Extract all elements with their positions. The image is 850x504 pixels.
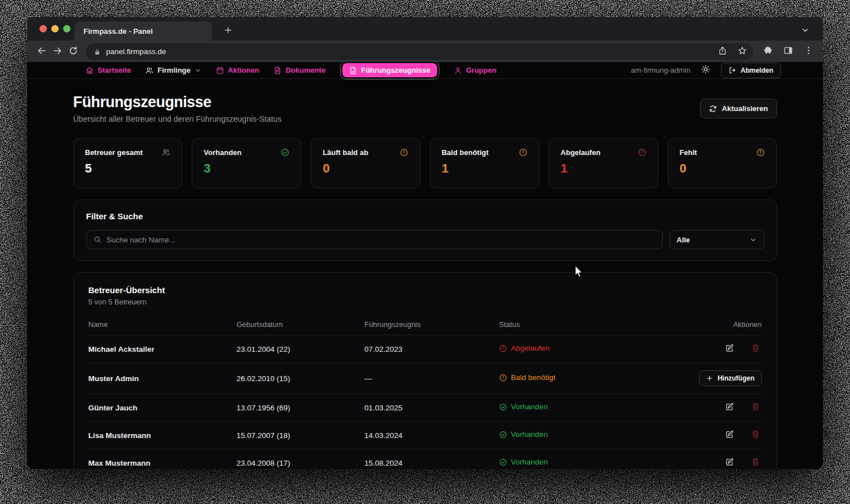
stat-card-lauft-bald-ab: Läuft bald ab 0: [311, 138, 420, 188]
cell-birthdate: 15.07.2007 (18): [236, 422, 364, 449]
status-label: Abgelaufen: [511, 344, 549, 352]
trash-icon: [751, 344, 760, 354]
browser-toolbar: panel.firmpass.de: [27, 41, 823, 62]
delete-button[interactable]: [750, 401, 762, 414]
browser-menu-button[interactable]: [800, 43, 816, 59]
stats-row: Betreuer gesamt 5 Vorhanden 3 Läuft bald…: [73, 138, 777, 188]
window-zoom-button[interactable]: [63, 25, 71, 33]
file-icon: [349, 67, 357, 74]
logout-button[interactable]: Abmelden: [721, 63, 781, 78]
users-icon: [162, 148, 170, 157]
forward-button[interactable]: [50, 43, 65, 59]
new-tab-button[interactable]: [222, 25, 234, 37]
browser-window: Firmpass.de - Panel panel.firmpass.de St…: [27, 17, 823, 469]
reload-icon: [68, 46, 78, 58]
cell-actions: [688, 335, 761, 363]
share-button[interactable]: [715, 44, 730, 59]
cell-name: Max Mustermann: [89, 449, 237, 470]
alert-circle-icon: [499, 344, 507, 352]
search-icon: [94, 236, 102, 244]
reload-button[interactable]: [65, 43, 81, 59]
edit-button[interactable]: [724, 429, 736, 441]
sidebar-button[interactable]: [780, 43, 796, 59]
nav-item-dokumente[interactable]: Dokumente: [274, 66, 325, 74]
app-navbar: StartseiteFirmlingeAktionenDokumenteFühr…: [27, 62, 823, 79]
back-button[interactable]: [34, 43, 50, 59]
page-subtitle: Übersicht aller Betreuer und deren Führu…: [73, 114, 282, 123]
edit-button[interactable]: [724, 457, 736, 469]
nav-item-firmlinge[interactable]: Firmlinge: [146, 66, 201, 74]
window-minimize-button[interactable]: [51, 25, 59, 33]
column-header-status: Status: [499, 314, 688, 335]
kebab-menu-icon: [804, 46, 813, 57]
calendar-icon: [216, 67, 224, 74]
nav-item-label: Startseite: [98, 66, 131, 74]
puzzle-icon: [763, 46, 773, 57]
stat-label: Abgelaufen: [561, 148, 601, 157]
nav-item-fuhrungszeugnisse[interactable]: Führungszeugnisse: [342, 63, 437, 77]
filter-title: Filter & Suche: [86, 211, 764, 221]
stat-value: 5: [85, 161, 171, 176]
bookmark-button[interactable]: [735, 44, 750, 59]
browser-tab[interactable]: Firmpass.de - Panel: [74, 21, 212, 41]
search-input[interactable]: [107, 236, 655, 244]
filter-section: Filter & Suche Alle: [73, 200, 777, 261]
edit-icon: [725, 344, 734, 354]
chevron-down-icon: [750, 236, 757, 244]
trash-icon: [751, 430, 760, 440]
users-icon: [146, 67, 153, 74]
edit-button[interactable]: [724, 343, 736, 355]
toolbar-right: [757, 43, 816, 59]
alert-circle-icon: [400, 148, 408, 157]
cell-name: Muster Admin: [89, 363, 237, 394]
delete-button[interactable]: [750, 343, 762, 355]
alert-circle-icon: [638, 148, 646, 157]
stat-label: Bald benötigt: [442, 148, 488, 157]
cell-birthdate: 23.04.2008 (17): [236, 449, 364, 470]
address-bar[interactable]: panel.firmpass.de: [86, 43, 753, 60]
cell-certificate: 07.02.2023: [364, 335, 499, 363]
stat-value: 1: [442, 161, 527, 176]
cell-certificate: 15.08.2024: [364, 449, 499, 470]
trash-icon: [751, 403, 760, 413]
window-controls: [39, 25, 71, 33]
add-certificate-button[interactable]: Hinzufügen: [699, 370, 761, 386]
search-box[interactable]: [86, 230, 663, 249]
extensions-button[interactable]: [760, 43, 776, 59]
delete-button[interactable]: [750, 457, 762, 469]
nav-item-gruppen[interactable]: Gruppen: [454, 66, 496, 74]
check-circle-icon: [499, 403, 507, 411]
nav-item-aktionen[interactable]: Aktionen: [216, 66, 259, 74]
refresh-data-button[interactable]: Aktualisieren: [700, 99, 777, 118]
status-filter-select[interactable]: Alle: [670, 230, 764, 249]
edit-icon: [725, 430, 734, 440]
table-section: Betreuer-Übersicht 5 von 5 Betreuern Nam…: [73, 272, 777, 469]
arrow-right-icon: [52, 46, 63, 58]
theme-toggle-button[interactable]: [701, 65, 711, 76]
navbar-right: am-firmung-admin Abmelden: [631, 63, 782, 78]
column-header-birthdate: Geburtsdatum: [236, 314, 364, 335]
arrow-left-icon: [37, 46, 47, 58]
cell-actions: Hinzufügen: [688, 363, 761, 394]
status-label: Vorhanden: [511, 458, 548, 466]
nav-item-label: Aktionen: [228, 66, 259, 74]
nav-item-startseite[interactable]: Startseite: [86, 66, 131, 74]
edit-button[interactable]: [724, 401, 736, 414]
window-close-button[interactable]: [39, 25, 47, 33]
tab-title: Firmpass.de - Panel: [83, 27, 153, 36]
home-icon: [86, 67, 94, 74]
alert-circle-icon: [499, 374, 507, 382]
cell-certificate: 01.03.2025: [364, 394, 499, 422]
table-title: Betreuer-Übersicht: [89, 285, 762, 295]
delete-button[interactable]: [750, 429, 762, 441]
tab-overview-chevron-icon[interactable]: [801, 26, 809, 34]
column-header-certificate: Führungszeugnis: [364, 314, 499, 335]
refresh-label: Aktualisieren: [722, 104, 768, 113]
stat-label: Fehlt: [680, 148, 697, 157]
cell-actions: [688, 449, 761, 470]
stat-card-abgelaufen: Abgelaufen 1: [549, 138, 658, 188]
status-badge: Vorhanden: [499, 403, 548, 411]
alert-circle-icon: [756, 148, 765, 157]
table-subtitle: 5 von 5 Betreuern: [89, 298, 762, 306]
stat-value: 3: [204, 161, 289, 176]
